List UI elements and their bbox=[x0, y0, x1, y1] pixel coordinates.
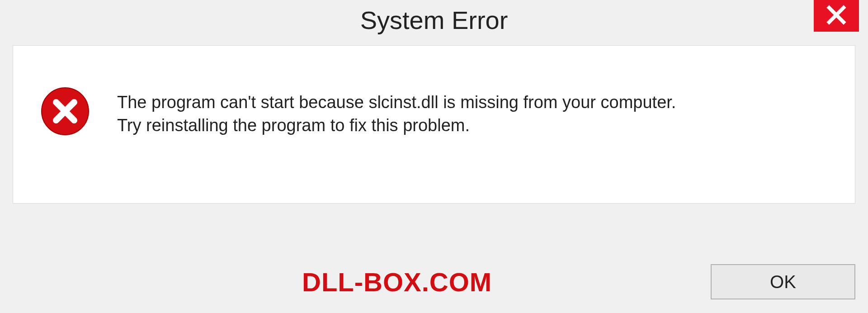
message-line-1: The program can't start because slcinst.… bbox=[117, 91, 828, 114]
close-icon bbox=[826, 5, 846, 27]
content-panel: The program can't start because slcinst.… bbox=[13, 45, 855, 204]
close-button[interactable] bbox=[814, 0, 859, 32]
watermark-text: DLL-BOX.COM bbox=[302, 267, 492, 297]
footer: DLL-BOX.COM OK bbox=[13, 264, 855, 299]
window-title: System Error bbox=[360, 5, 508, 35]
message-block: The program can't start because slcinst.… bbox=[117, 91, 828, 138]
message-line-2: Try reinstalling the program to fix this… bbox=[117, 114, 828, 137]
error-icon bbox=[40, 86, 90, 138]
ok-button[interactable]: OK bbox=[711, 264, 855, 299]
titlebar: System Error bbox=[0, 0, 868, 45]
ok-button-label: OK bbox=[770, 272, 796, 292]
